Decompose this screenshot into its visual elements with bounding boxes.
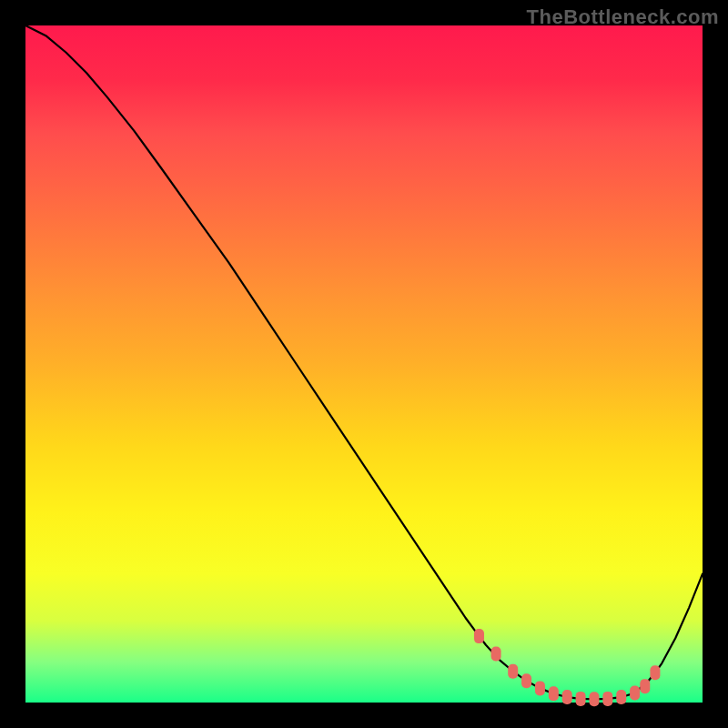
curve-marker bbox=[474, 629, 484, 643]
curve-marker bbox=[562, 690, 572, 704]
curve-marker bbox=[508, 664, 518, 679]
curve-marker bbox=[616, 690, 626, 704]
curve-marker bbox=[589, 692, 599, 706]
bottleneck-curve bbox=[25, 25, 703, 699]
chart-frame: TheBottleneck.com bbox=[0, 0, 728, 728]
curve-markers bbox=[474, 629, 660, 706]
curve-marker bbox=[640, 679, 650, 693]
curve-marker bbox=[650, 665, 660, 680]
curve-marker bbox=[576, 692, 586, 706]
curve-marker bbox=[535, 681, 545, 695]
curve-marker bbox=[549, 686, 559, 701]
curve-marker bbox=[521, 673, 531, 688]
gradient-plot-area bbox=[25, 25, 703, 703]
curve-marker bbox=[491, 646, 501, 661]
curve-marker bbox=[602, 692, 612, 706]
curve-marker bbox=[630, 686, 640, 701]
chart-svg bbox=[25, 25, 703, 703]
watermark-text: TheBottleneck.com bbox=[527, 5, 719, 29]
